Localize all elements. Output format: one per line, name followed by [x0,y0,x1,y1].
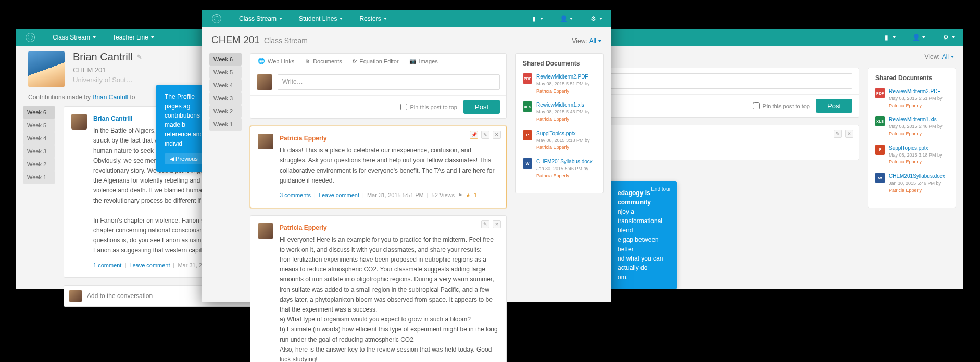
post-button[interactable]: Post [816,99,852,113]
chevron-down-icon [540,18,543,20]
post-author-link[interactable]: Patricia Epperly [280,134,499,144]
tour-tooltip-pedagogy: End tour edagogy is community njoy a tra… [609,181,677,289]
doc-link[interactable]: CHEM201Syllabus.docx [889,173,948,179]
shared-documents-sidebar: Shared Documents PDFRewiewMidterm2.PDFMa… [515,53,604,193]
view-filter-link[interactable]: All [942,53,949,60]
nav-class-stream[interactable]: Class Stream [231,10,291,27]
nav-user[interactable]: 👤 [904,29,934,46]
close-icon[interactable]: ✕ [493,220,501,228]
close-icon[interactable]: ✕ [493,131,501,139]
nav-user[interactable]: 👤 [551,10,581,27]
end-tour-link[interactable]: End tour [651,185,671,193]
pin-checkbox[interactable] [753,102,760,109]
edit-icon[interactable]: ✎ [136,53,142,61]
post-date: Mar 31, 2015 5:51 PM [367,191,424,200]
tool-equation[interactable]: fxEquation Editor [353,58,399,64]
comments-link[interactable]: 3 comments [280,191,311,200]
week-pill[interactable]: Week 4 [209,79,242,92]
week-pill[interactable]: Week 6 [209,53,242,66]
chevron-down-icon [599,18,602,20]
post-body: Hi class! This is a place to celebrate o… [280,146,499,186]
post-meta: 3 comments | Leave comment | Mar 31, 201… [280,191,499,200]
doc-link[interactable]: SupplTopics.pptx [536,130,596,137]
pin-checkbox[interactable] [400,104,407,110]
post-button[interactable]: Post [463,100,500,114]
compose-input[interactable]: Write… [278,74,500,90]
doc-item: PDFRewiewMidterm2.PDFMay 08, 2015 5:51 P… [875,88,948,109]
week-pill[interactable]: Week 5 [209,66,242,79]
week-pill[interactable]: Week 2 [209,105,242,118]
doc-icon: W [875,173,885,183]
camera-icon: 📷 [409,58,417,64]
weeks-list: Week 6 Week 5 Week 4 Week 3 Week 2 Week … [23,106,55,184]
gear-icon: ⚙ [942,34,949,41]
chevron-down-icon [279,18,282,20]
doc-link[interactable]: RewiewMidterm2.PDF [536,73,596,80]
nav-settings[interactable]: ⚙ [581,10,611,27]
tour-previous-button[interactable]: ◀ Previous [165,153,203,164]
week-pill[interactable]: Week 4 [23,132,55,145]
view-filter-link[interactable]: All [589,37,596,45]
chevron-down-icon [893,36,896,38]
nav-class-stream[interactable]: Class Stream [44,29,104,46]
pdf-icon: PDF [523,73,532,84]
week-pill[interactable]: Week 1 [23,171,55,184]
shared-documents-sidebar: Shared Documents PDFRewiewMidterm2.PDFMa… [868,68,956,208]
equation-icon: fx [353,58,357,64]
chevron-down-icon [384,18,387,20]
tool-images[interactable]: 📷Images [409,58,438,64]
compose-toolbar: 🌐Web Links 🗎Documents fxEquation Editor … [250,54,506,69]
doc-link[interactable]: RewiewMidterm1.xls [889,116,948,123]
nav-chart[interactable]: ▮ [874,29,904,46]
doc-link[interactable]: SupplTopics.pptx [889,145,948,151]
edit-icon[interactable]: ✎ [481,131,489,139]
star-icon[interactable]: ★ [466,191,471,200]
flag-icon[interactable]: ⚑ [458,191,462,200]
user-icon: 👤 [912,34,920,41]
doc-link[interactable]: CHEM201Syllabus.docx [536,158,596,165]
chevron-down-icon [340,18,343,20]
doc-item: WCHEM201Syllabus.docxJan 30, 2015 5:46 P… [875,173,948,193]
user-icon: 👤 [560,15,567,22]
gear-icon: ⚙ [589,15,597,22]
nav-chart[interactable]: ▮ [522,10,551,27]
xls-icon: XLS [875,116,885,126]
week-pill[interactable]: Week 6 [23,106,55,119]
nav-rosters[interactable]: Rosters [351,10,395,27]
chevron-down-icon [151,36,154,38]
post-author-link[interactable]: Patricia Epperly [280,223,499,233]
ppt-icon: P [523,130,532,140]
topbar-center: Class Stream Student Lines Rosters ▮ 👤 ⚙ [202,10,611,27]
doc-item: PSupplTopics.pptxMay 08, 2015 3:18 PM by… [523,130,596,151]
chevron-down-icon [598,40,601,42]
week-pill[interactable]: Week 5 [23,119,55,132]
close-icon[interactable]: ✕ [845,130,853,138]
leave-comment-link[interactable]: Leave comment [319,191,359,200]
doc-link[interactable]: RewiewMidterm2.PDF [889,88,948,95]
weeks-list: Week 6 Week 5 Week 4 Week 3 Week 2 Week … [209,53,242,131]
pin-icon[interactable]: 📌 [470,131,478,139]
post-body: Hi everyone! Here is an example for you … [280,235,499,362]
tool-web-links[interactable]: 🌐Web Links [258,58,294,64]
nav-teacher-line[interactable]: Teacher Line [104,29,162,46]
contrib-user-link[interactable]: Brian Cantrill [92,94,128,101]
week-pill[interactable]: Week 1 [209,118,242,131]
tool-documents[interactable]: 🗎Documents [305,58,342,64]
comments-link[interactable]: 1 comment [93,261,121,270]
nav-settings[interactable]: ⚙ [934,29,963,46]
doc-link[interactable]: RewiewMidterm1.xls [536,101,596,108]
view-filter: View: All [572,37,601,45]
logo-icon [26,33,35,42]
avatar [28,51,65,87]
post-card-pinned: 📌 ✎ ✕ Patricia Epperly Hi class! This is… [250,126,507,208]
leave-comment-link[interactable]: Leave comment [129,261,170,270]
pin-toggle[interactable]: Pin this post to top [400,104,457,110]
chart-icon: ▮ [530,15,537,22]
week-pill[interactable]: Week 2 [23,158,55,171]
edit-icon[interactable]: ✎ [481,220,489,228]
pin-toggle[interactable]: Pin this post to top [753,102,810,109]
edit-icon[interactable]: ✎ [834,130,842,138]
nav-student-lines[interactable]: Student Lines [291,10,351,27]
week-pill[interactable]: Week 3 [209,92,242,105]
week-pill[interactable]: Week 3 [23,145,55,158]
